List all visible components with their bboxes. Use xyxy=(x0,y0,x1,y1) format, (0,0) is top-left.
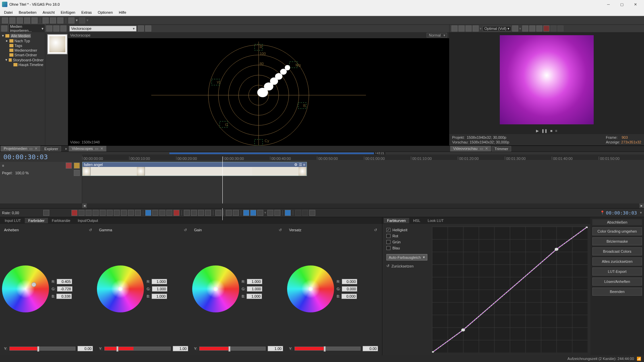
cursor-timecode[interactable]: 00:00:30:03 xyxy=(606,210,637,216)
redo-dropdown-icon[interactable]: ▾ xyxy=(87,18,89,22)
preview-stop-icon[interactable]: ■ xyxy=(550,129,552,133)
normal-edit-tool[interactable] xyxy=(145,210,151,216)
wheel-reset-icon[interactable]: ↺ xyxy=(278,227,283,233)
goto-start-button[interactable] xyxy=(114,210,120,216)
tab-hsl[interactable]: HSL xyxy=(410,218,424,223)
redo-icon[interactable] xyxy=(79,17,85,23)
media-tool-1-icon[interactable] xyxy=(46,25,52,32)
color-wheel[interactable] xyxy=(2,265,49,312)
cg-bypass-button[interactable]: Color Grading umgehen xyxy=(592,227,642,235)
y-slider[interactable] xyxy=(199,347,265,351)
y-value[interactable]: 0.00 xyxy=(363,346,378,351)
minimize-button[interactable]: ─ xyxy=(602,0,615,9)
zoom-tool[interactable] xyxy=(159,210,165,216)
tree-by-type[interactable]: Nach Typ xyxy=(14,39,30,43)
tree-all-media[interactable]: Alle Medien xyxy=(10,34,31,38)
split-button[interactable] xyxy=(198,210,204,216)
tabs-scroll-icon[interactable]: ▸ xyxy=(65,146,67,151)
cg-detach-button[interactable]: Lösen/Anheften xyxy=(592,278,642,286)
play-from-start-button[interactable] xyxy=(86,210,92,216)
g-value[interactable]: 1.000 xyxy=(247,286,262,292)
tab-input-output[interactable]: Input/Output xyxy=(74,218,102,223)
scroll-right-icon[interactable]: ▸ xyxy=(639,203,644,208)
menu-datei[interactable]: Datei xyxy=(1,10,15,15)
rate-display[interactable]: Rate: 0,00 xyxy=(2,211,42,215)
what-tool-button[interactable] xyxy=(309,210,315,216)
status-meter-icon[interactable]: 📶 xyxy=(637,357,641,361)
g-value[interactable]: 1.000 xyxy=(152,286,167,292)
snap-button[interactable] xyxy=(243,210,249,216)
check-rot[interactable]: Rot xyxy=(386,234,427,238)
stop-button[interactable] xyxy=(107,210,113,216)
pause-button[interactable] xyxy=(100,210,106,216)
paste-icon[interactable] xyxy=(57,17,63,23)
preview-overlay-icon[interactable] xyxy=(522,25,528,32)
close-button[interactable]: ✕ xyxy=(629,0,642,9)
tree-mediafolder[interactable]: Medienordner xyxy=(14,48,37,52)
loop-region[interactable] xyxy=(169,153,374,154)
cg-close-button[interactable]: Beenden xyxy=(592,288,642,296)
track-header[interactable]: ≡ Pegel: 100,0 % xyxy=(0,162,82,203)
menu-hilfe[interactable]: Hilfe xyxy=(116,10,129,15)
tab-input-lut[interactable]: Input LUT xyxy=(1,218,24,223)
cg-lut-export-button[interactable]: LUT-Export xyxy=(592,267,642,276)
cg-reset-all-button[interactable]: Alles zurücksetzen xyxy=(592,257,642,265)
tab-trimmer[interactable]: Trimmer xyxy=(492,146,512,152)
preview-record-icon[interactable] xyxy=(543,25,549,32)
properties-icon[interactable] xyxy=(32,17,38,23)
wheel-reset-icon[interactable]: ↺ xyxy=(373,227,378,233)
r-value[interactable]: 0.000 xyxy=(342,279,357,284)
track-menu-icon[interactable]: ≡ xyxy=(2,164,4,168)
tab-restore-icon[interactable]: ▭ xyxy=(480,146,483,150)
y-value[interactable]: 1.00 xyxy=(173,346,188,351)
preview-play-icon[interactable]: ▶ xyxy=(536,129,539,133)
bypass-fx-button[interactable] xyxy=(274,210,280,216)
scroll-left-icon[interactable]: ◂ xyxy=(82,203,87,208)
region-button[interactable] xyxy=(233,210,239,216)
preview-split-icon[interactable] xyxy=(473,25,479,32)
zoom-selection-button[interactable] xyxy=(205,210,211,216)
trim-start-button[interactable] xyxy=(184,210,190,216)
undo-dropdown-icon[interactable]: ▾ xyxy=(76,18,78,22)
curve-editor[interactable] xyxy=(432,227,588,353)
r-value[interactable]: 1.000 xyxy=(152,279,167,284)
b-value[interactable]: 0.338 xyxy=(56,294,72,299)
save-icon[interactable] xyxy=(17,17,23,23)
tab-farbkanaele[interactable]: Farbkanäle xyxy=(49,218,74,223)
tab-close-icon[interactable]: ✕ xyxy=(485,146,488,150)
media-view-icon[interactable] xyxy=(1,25,7,32)
preview-save-icon[interactable] xyxy=(536,25,542,32)
curves-reset-button[interactable]: ↺Zurücksetzen xyxy=(386,264,427,268)
g-value[interactable]: 0.000 xyxy=(342,286,357,292)
preview-pause-icon[interactable]: ❚❚ xyxy=(541,129,547,133)
track-fx-icon[interactable] xyxy=(66,163,72,169)
maximize-button[interactable]: ▢ xyxy=(615,0,629,9)
media-tool-2-icon[interactable] xyxy=(53,25,59,32)
tab-restore-icon[interactable]: ▭ xyxy=(29,146,33,150)
copy-icon[interactable] xyxy=(50,17,56,23)
tab-restore-icon[interactable]: ▭ xyxy=(95,146,98,150)
tab-projektmedien[interactable]: Projektmedien▭✕ xyxy=(1,146,41,152)
auto-crossfade-button[interactable] xyxy=(267,210,273,216)
tab-explorer[interactable]: Explorer xyxy=(41,146,61,152)
tab-close-icon[interactable]: ✕ xyxy=(35,146,38,150)
prev-frame-button[interactable] xyxy=(128,210,134,216)
color-wheel[interactable] xyxy=(287,265,334,312)
check-blau[interactable]: Blau xyxy=(386,246,427,250)
preview-external-icon[interactable] xyxy=(459,25,465,32)
scope-mode-dropdown[interactable]: Normal xyxy=(427,33,447,38)
cg-broadcast-button[interactable]: Broadcast Colors xyxy=(592,247,642,255)
envelope-tool[interactable] xyxy=(166,210,172,216)
preview-grid-icon[interactable] xyxy=(512,25,518,32)
tab-look-lut[interactable]: Look LUT xyxy=(424,218,447,223)
record-button[interactable] xyxy=(71,210,77,216)
color-wheel[interactable] xyxy=(97,265,144,312)
menu-optionen[interactable]: Optionen xyxy=(95,10,116,15)
color-wheel[interactable] xyxy=(192,265,239,312)
track-automation-icon[interactable] xyxy=(74,163,80,169)
tab-videovorschau[interactable]: Videovorschau▭✕ xyxy=(450,146,491,152)
b-value[interactable]: 1.000 xyxy=(247,294,262,299)
timeline-timecode[interactable]: 00:00:30:03 xyxy=(0,153,51,161)
preview-copy-icon[interactable] xyxy=(529,25,535,32)
tab-close-icon[interactable]: ✕ xyxy=(100,146,103,150)
